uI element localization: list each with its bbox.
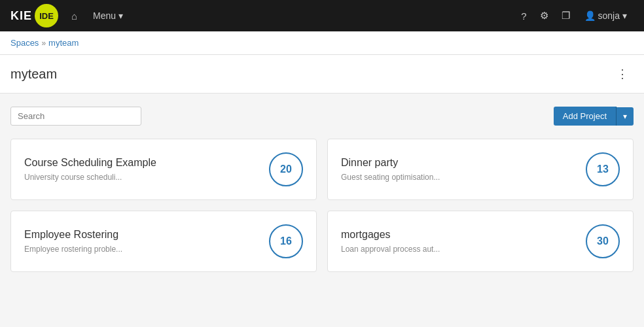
kebab-menu-button[interactable]: ⋮ <box>611 64 634 84</box>
project-card-mortgages[interactable]: mortgages Loan approval process aut... 3… <box>327 211 634 272</box>
breadcrumb-separator: » <box>41 39 46 48</box>
project-card-dinner-party[interactable]: Dinner party Guest seating optimisation.… <box>327 139 634 200</box>
add-project-group: Add Project ▾ <box>554 107 634 126</box>
card-description: Guest seating optimisation... <box>341 173 575 182</box>
page-header: myteam ⋮ <box>0 55 644 94</box>
navbar-icons: ? ⚙ ❐ 👤 sonja ▾ <box>516 6 634 26</box>
ide-badge: IDE <box>35 4 58 27</box>
menu-label: Menu <box>93 10 116 21</box>
user-label: sonja <box>598 10 620 21</box>
card-description: Loan approval process aut... <box>341 245 575 254</box>
card-title: Employee Rostering <box>24 229 259 241</box>
add-project-dropdown-button[interactable]: ▾ <box>617 107 634 126</box>
user-menu-button[interactable]: 👤 sonja ▾ <box>578 7 634 25</box>
card-title: Course Scheduling Example <box>24 157 259 169</box>
toolbar: Add Project ▾ <box>10 107 634 126</box>
kie-logo: KIE <box>10 9 32 23</box>
card-title: mortgages <box>341 229 575 241</box>
card-info: mortgages Loan approval process aut... <box>341 229 575 254</box>
projects-grid: Course Scheduling Example University cou… <box>10 139 634 272</box>
main-content: Add Project ▾ Course Scheduling Example … <box>0 94 644 327</box>
page-title: myteam <box>10 67 57 82</box>
card-description: University course scheduli... <box>24 173 259 182</box>
project-card-employee-rostering[interactable]: Employee Rostering Employee rostering pr… <box>10 211 317 272</box>
copy-button[interactable]: ❐ <box>556 6 575 26</box>
home-button[interactable]: ⌂ <box>66 7 82 26</box>
breadcrumb-myteam-link[interactable]: myteam <box>48 38 79 48</box>
card-info: Employee Rostering Employee rostering pr… <box>24 229 259 254</box>
card-count-badge: 13 <box>586 152 620 186</box>
card-count-badge: 20 <box>269 152 303 186</box>
card-title: Dinner party <box>341 157 575 169</box>
user-icon: 👤 <box>584 10 596 21</box>
card-count-badge: 30 <box>586 224 620 258</box>
project-card-course-scheduling[interactable]: Course Scheduling Example University cou… <box>10 139 317 200</box>
navbar: KIE IDE ⌂ Menu ▾ ? ⚙ ❐ 👤 sonja ▾ <box>0 0 644 31</box>
card-count-badge: 16 <box>269 224 303 258</box>
help-button[interactable]: ? <box>516 7 531 26</box>
card-info: Dinner party Guest seating optimisation.… <box>341 157 575 182</box>
card-info: Course Scheduling Example University cou… <box>24 157 259 182</box>
breadcrumb: Spaces » myteam <box>0 31 644 55</box>
card-description: Employee rostering proble... <box>24 245 259 254</box>
menu-chevron-icon: ▾ <box>118 10 123 21</box>
menu-button[interactable]: Menu ▾ <box>88 8 128 24</box>
add-project-button[interactable]: Add Project <box>554 107 617 126</box>
breadcrumb-spaces-link[interactable]: Spaces <box>10 38 39 48</box>
brand: KIE IDE <box>10 4 58 27</box>
settings-button[interactable]: ⚙ <box>535 6 554 26</box>
search-input[interactable] <box>10 107 141 126</box>
user-chevron-icon: ▾ <box>622 10 627 21</box>
